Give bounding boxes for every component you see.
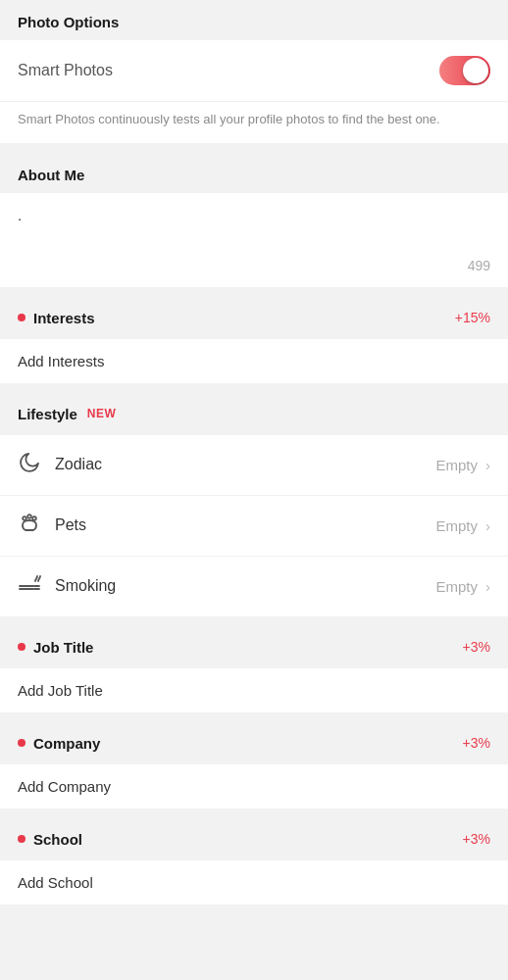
- svg-point-0: [23, 516, 26, 520]
- about-me-textarea-row: .: [0, 193, 508, 254]
- job-title-dot: [18, 643, 25, 651]
- smoking-row[interactable]: Smoking Empty ›: [0, 557, 508, 616]
- divider-1: [0, 143, 508, 153]
- school-section: School +3% Add School: [0, 818, 508, 905]
- lifestyle-new-badge: NEW: [87, 407, 117, 420]
- toggle-thumb: [463, 58, 488, 83]
- company-header: Company +3%: [0, 722, 508, 764]
- pets-svg-icon: [18, 512, 41, 535]
- add-job-title-link[interactable]: Add Job Title: [0, 668, 508, 712]
- pets-row[interactable]: Pets Empty ›: [0, 496, 508, 557]
- job-title-section: Job Title +3% Add Job Title: [0, 626, 508, 712]
- school-percent: +3%: [463, 831, 490, 847]
- pets-label: Pets: [55, 516, 435, 534]
- smoking-svg-icon: [18, 572, 41, 596]
- divider-3: [0, 383, 508, 393]
- smart-photos-description: Smart Photos continuously tests all your…: [0, 102, 508, 143]
- photo-options-title: Photo Options: [0, 0, 508, 40]
- smart-photos-label: Smart Photos: [18, 62, 113, 79]
- zodiac-value: Empty: [435, 457, 478, 473]
- interests-section: Interests +15% Add Interests: [0, 297, 508, 383]
- smoking-label: Smoking: [55, 577, 435, 595]
- interests-dot: [18, 314, 25, 321]
- svg-point-1: [27, 514, 31, 518]
- job-title-dot-label: Job Title: [18, 639, 93, 656]
- job-title-title: Job Title: [33, 639, 93, 656]
- zodiac-chevron: ›: [485, 457, 490, 473]
- job-title-header: Job Title +3%: [0, 626, 508, 668]
- smart-photos-row: Smart Photos: [0, 40, 508, 102]
- interests-percent: +15%: [455, 310, 490, 325]
- smoking-chevron: ›: [485, 578, 490, 595]
- add-interests-link[interactable]: Add Interests: [0, 339, 508, 383]
- company-title: Company: [33, 735, 100, 752]
- school-dot-label: School: [18, 831, 82, 848]
- about-me-input[interactable]: .: [18, 207, 490, 246]
- zodiac-icon: [18, 451, 47, 479]
- add-school-link[interactable]: Add School: [0, 860, 508, 905]
- company-percent: +3%: [463, 735, 490, 751]
- lifestyle-title: Lifestyle: [18, 406, 77, 422]
- job-title-percent: +3%: [463, 639, 490, 655]
- interests-header: Interests +15%: [0, 297, 508, 339]
- toggle-track: [439, 56, 490, 85]
- interests-title: Interests: [33, 310, 95, 326]
- zodiac-right: Empty ›: [435, 457, 490, 473]
- school-header: School +3%: [0, 818, 508, 860]
- divider-6: [0, 808, 508, 818]
- school-title: School: [33, 831, 82, 848]
- pets-value: Empty: [435, 517, 478, 534]
- pets-icon: [18, 512, 47, 540]
- moon-icon: [18, 451, 41, 474]
- interests-dot-label: Interests: [18, 310, 95, 326]
- char-count: 499: [0, 254, 508, 287]
- smoking-icon: [18, 572, 47, 601]
- svg-point-2: [32, 516, 36, 520]
- divider-4: [0, 616, 508, 626]
- zodiac-row[interactable]: Zodiac Empty ›: [0, 435, 508, 496]
- pets-chevron: ›: [485, 517, 490, 534]
- divider-2: [0, 287, 508, 297]
- about-me-title: About Me: [0, 153, 508, 193]
- lifestyle-section: Lifestyle NEW Zodiac Empty › Pets: [0, 393, 508, 616]
- smoking-value: Empty: [435, 578, 478, 595]
- company-dot: [18, 739, 25, 747]
- lifestyle-header: Lifestyle NEW: [0, 393, 508, 435]
- add-company-link[interactable]: Add Company: [0, 764, 508, 808]
- smoking-right: Empty ›: [435, 578, 490, 595]
- pets-right: Empty ›: [435, 517, 490, 534]
- about-me-section: About Me . 499: [0, 153, 508, 287]
- divider-5: [0, 712, 508, 722]
- company-section: Company +3% Add Company: [0, 722, 508, 808]
- zodiac-label: Zodiac: [55, 456, 435, 473]
- photo-options-section: Photo Options Smart Photos Smart Photos …: [0, 0, 508, 143]
- school-dot: [18, 835, 25, 843]
- smart-photos-toggle[interactable]: [439, 56, 490, 85]
- company-dot-label: Company: [18, 735, 100, 752]
